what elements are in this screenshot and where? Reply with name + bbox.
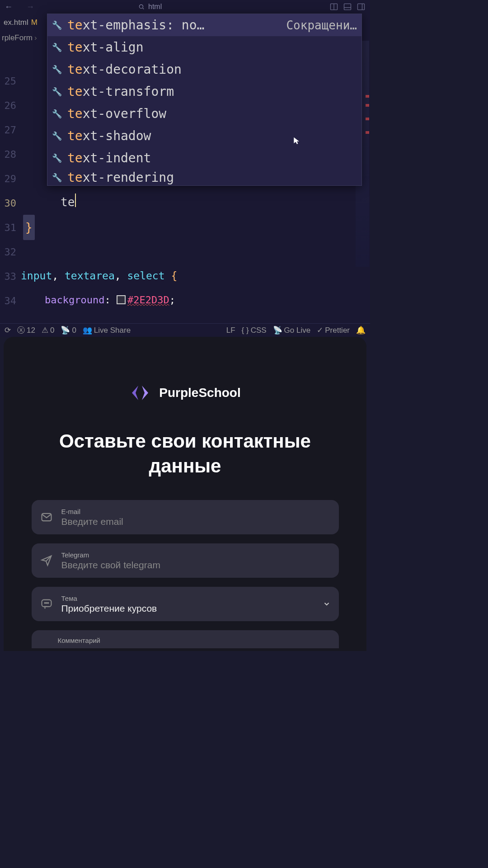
command-search[interactable]: html [138,3,162,11]
color-swatch-icon[interactable] [117,295,126,304]
prettier-button[interactable]: ✓ Prettier [317,326,350,335]
svg-point-10 [44,603,45,604]
svg-point-0 [139,5,143,8]
line-number: 34 [0,289,16,313]
contact-form: E-mail Введите email Telegram Введите св… [32,500,339,648]
wrench-icon: 🔧 [52,109,62,118]
select-value: Приобретение курсов [61,603,314,614]
field-label: Тема [61,594,314,602]
mouse-cursor-icon [292,137,301,146]
layout-panel-icon[interactable] [343,2,352,11]
chevron-down-icon [323,600,331,608]
warnings-counter[interactable]: ⚠ 0 [42,326,54,335]
errors-counter[interactable]: ⓧ 12 [17,325,35,335]
search-text: html [148,3,162,11]
autocomplete-item[interactable]: 🔧 text-indent [47,147,361,169]
liveshare-button[interactable]: 👥 Live Share [83,326,131,335]
tab-filename: ex.html [4,18,28,27]
line-gutter: 25 26 27 28 29 30 31 32 33 34 [0,44,21,316]
wrench-icon: 🔧 [52,87,62,96]
line-number: 32 [0,240,16,264]
layout-split-icon[interactable] [329,2,338,11]
brand-logo: PurpleSchool [129,382,240,404]
golive-button[interactable]: 📡 Go Live [273,326,311,335]
field-placeholder: Введите свой telegram [61,560,331,571]
mail-icon [40,510,53,524]
autocomplete-item[interactable]: 🔧 text-overflow [47,103,361,125]
status-bar: ⟳ ⓧ 12 ⚠ 0 📡 0 👥 Live Share LF { } CSS 📡… [0,323,370,337]
svg-rect-4 [344,4,351,9]
wrench-icon: 🔧 [52,20,62,30]
svg-rect-6 [358,4,365,9]
page-preview: PurpleSchool Оставьте свои контактные да… [4,337,366,651]
field-label: E-mail [61,508,331,515]
code-line-33: input, textarea, select { [21,264,361,288]
autocomplete-item[interactable]: 🔧 text-rendering [47,169,361,185]
code-line-34: background: #2E2D3D; [21,288,361,312]
wrench-icon: 🔧 [52,173,62,182]
breadcrumb-sep: › [34,33,37,42]
email-field[interactable]: E-mail Введите email [32,500,339,534]
layout-sidebar-icon[interactable] [357,2,366,11]
autocomplete-item[interactable]: 🔧 text-emphasis: no… Сокращени… [47,14,361,36]
wrench-icon: 🔧 [52,153,62,163]
code-bottom: input, textarea, select { background: #2… [21,264,361,312]
page-title: Оставьте свои контактные данные [23,429,348,478]
svg-point-11 [46,603,47,604]
line-ending[interactable]: LF [226,326,235,335]
line-number: 25 [0,69,16,94]
line-number: 31 [0,216,16,240]
brand-name: PurpleSchool [159,386,240,400]
line-number: 27 [0,118,16,142]
tab-index-html[interactable]: ex.html M [1,16,40,29]
autocomplete-item[interactable]: 🔧 text-align [47,36,361,58]
typed-text: te [61,190,76,214]
field-label: Комментарий [58,637,100,644]
nav-forward-icon[interactable]: → [26,2,34,12]
field-label: Telegram [61,551,331,559]
autocomplete-item[interactable]: 🔧 text-decoration [47,58,361,80]
line-number: 29 [0,167,16,191]
autocomplete-popup: 🔧 text-emphasis: no… Сокращени… 🔧 text-a… [47,14,362,186]
svg-point-12 [47,603,48,604]
message-icon [40,597,53,611]
comment-field[interactable]: Комментарий [32,630,339,648]
editor-top-bar: ← → html [0,0,370,14]
line-number: 28 [0,142,16,167]
code-editor: ← → html ex.html M rpleForm › 25 26 27 2… [0,0,370,337]
topic-select[interactable]: Тема Приобретение курсов [32,587,339,621]
line-number: 33 [0,264,16,289]
logo-icon [129,382,151,404]
autocomplete-hint: Сокращени… [286,19,357,32]
line-number: 26 [0,94,16,118]
telegram-field[interactable]: Telegram Введите свой telegram [32,543,339,578]
send-icon [40,554,53,567]
language-mode[interactable]: { } CSS [242,326,267,335]
wrench-icon: 🔧 [52,131,62,141]
sync-icon[interactable]: ⟳ [5,326,11,335]
radio-icon[interactable]: 📡 0 [61,326,76,335]
bell-icon[interactable]: 🔔 [356,326,366,335]
autocomplete-item[interactable]: 🔧 text-shadow [47,125,361,147]
wrench-icon: 🔧 [52,65,62,74]
wrench-icon: 🔧 [52,42,62,52]
layout-controls [329,2,366,11]
breadcrumb-item: rpleForm [2,33,33,42]
svg-line-1 [143,8,144,9]
field-placeholder: Введите email [61,516,331,527]
nav-back-icon[interactable]: ← [5,2,13,12]
tab-modified-marker: M [31,18,38,27]
autocomplete-item[interactable]: 🔧 text-transform [47,80,361,103]
line-number-active: 30 [0,191,16,216]
closing-brace: } [23,215,35,240]
